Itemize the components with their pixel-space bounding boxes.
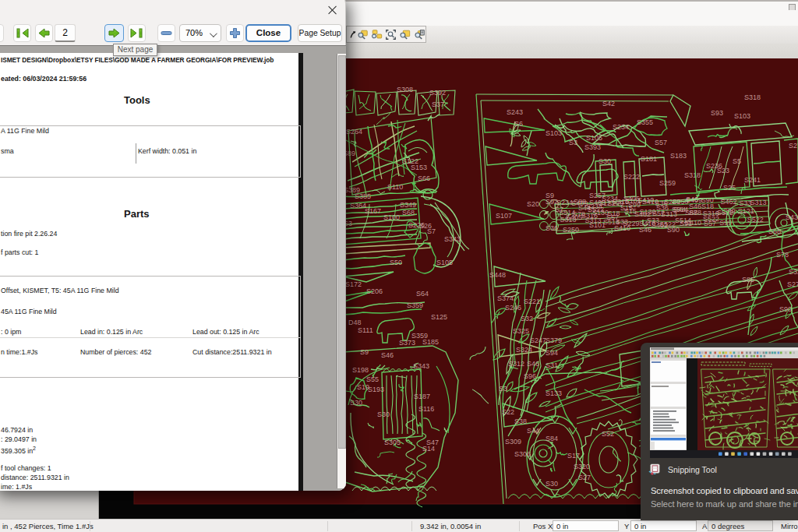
svg-text:S105: S105: [436, 259, 453, 266]
svg-text:S522: S522: [588, 206, 604, 213]
svg-text:S448: S448: [489, 271, 506, 279]
svg-text:S133: S133: [546, 389, 562, 397]
svg-text:S31: S31: [546, 361, 558, 369]
svg-text:S57: S57: [652, 210, 665, 217]
svg-text:S187: S187: [414, 393, 430, 400]
svg-text:S38: S38: [514, 417, 527, 425]
svg-text:S247: S247: [530, 336, 546, 344]
svg-text:S309: S309: [505, 438, 521, 446]
svg-text:S153: S153: [411, 164, 427, 171]
svg-text:S125: S125: [431, 313, 447, 321]
svg-text:S522: S522: [747, 216, 764, 224]
svg-text:S222: S222: [623, 173, 640, 181]
svg-text:S409: S409: [571, 199, 588, 207]
svg-text:S221: S221: [524, 298, 540, 305]
svg-text:S3: S3: [569, 139, 577, 146]
svg-text:S68: S68: [768, 227, 781, 235]
svg-text:S185: S185: [422, 338, 439, 346]
svg-text:S25: S25: [723, 184, 736, 192]
svg-text:S241: S241: [744, 176, 761, 184]
svg-text:S107: S107: [496, 212, 512, 220]
svg-text:S259: S259: [659, 179, 676, 187]
svg-text:S110: S110: [387, 183, 403, 191]
svg-text:S193: S193: [368, 386, 384, 393]
svg-text:S42: S42: [602, 100, 615, 107]
svg-text:S55: S55: [366, 375, 379, 383]
svg-text:S359: S359: [407, 301, 423, 309]
svg-text:S27: S27: [787, 280, 798, 288]
svg-text:S172: S172: [345, 280, 362, 288]
svg-text:S30: S30: [598, 157, 611, 165]
svg-text:S68: S68: [402, 209, 415, 217]
svg-text:S22: S22: [502, 408, 514, 416]
svg-text:S320: S320: [574, 463, 590, 470]
svg-text:S198: S198: [352, 366, 369, 374]
svg-text:D48: D48: [348, 319, 362, 326]
svg-text:S318: S318: [684, 171, 701, 179]
svg-text:S343: S343: [413, 362, 429, 370]
svg-text:S36: S36: [655, 199, 667, 207]
svg-text:S243: S243: [507, 108, 523, 116]
svg-text:S264: S264: [346, 128, 362, 136]
svg-text:S364: S364: [350, 202, 366, 210]
svg-text:S23: S23: [717, 167, 729, 174]
svg-text:S78: S78: [776, 251, 789, 259]
svg-text:S43: S43: [786, 213, 798, 221]
svg-text:S305: S305: [384, 439, 401, 446]
svg-text:S84: S84: [546, 435, 558, 442]
svg-text:S246: S246: [505, 304, 521, 312]
svg-text:S30: S30: [350, 399, 362, 407]
svg-text:S52: S52: [602, 430, 614, 438]
svg-text:S313: S313: [750, 199, 767, 206]
svg-text:S85: S85: [742, 276, 754, 284]
svg-text:S105: S105: [586, 134, 602, 142]
svg-text:S206: S206: [366, 287, 383, 295]
svg-text:S14: S14: [422, 445, 435, 453]
svg-text:S410: S410: [685, 219, 701, 227]
svg-text:S37: S37: [432, 100, 444, 108]
svg-text:S312: S312: [508, 360, 524, 368]
svg-text:S57: S57: [655, 139, 667, 146]
svg-text:S355: S355: [637, 118, 653, 126]
svg-text:S229: S229: [607, 199, 623, 207]
svg-text:S94: S94: [546, 349, 558, 357]
svg-text:S116: S116: [418, 405, 434, 413]
svg-text:S30: S30: [546, 480, 558, 488]
svg-text:S90: S90: [701, 196, 714, 204]
svg-text:S15: S15: [624, 207, 637, 215]
svg-text:S514: S514: [603, 218, 620, 226]
svg-text:S17: S17: [567, 452, 580, 460]
svg-text:S88: S88: [685, 209, 697, 217]
svg-text:S64: S64: [416, 290, 429, 298]
svg-text:S30: S30: [377, 410, 390, 418]
svg-text:S46: S46: [527, 360, 539, 368]
svg-text:S181: S181: [641, 155, 657, 163]
svg-text:S522: S522: [659, 220, 676, 228]
svg-text:S393: S393: [584, 143, 601, 151]
svg-text:S5: S5: [733, 157, 741, 165]
svg-text:S46: S46: [381, 351, 394, 359]
svg-text:S374: S374: [497, 294, 514, 302]
svg-text:S183: S183: [670, 152, 687, 160]
svg-text:S316: S316: [703, 210, 719, 217]
svg-text:S7: S7: [427, 227, 436, 235]
svg-text:S349: S349: [400, 201, 416, 209]
svg-text:S103: S103: [734, 112, 750, 120]
svg-text:S318: S318: [744, 93, 761, 101]
svg-text:S313: S313: [585, 217, 602, 224]
svg-text:S50: S50: [390, 259, 402, 266]
svg-text:S6: S6: [514, 120, 523, 128]
svg-text:S93: S93: [711, 109, 723, 117]
svg-text:S44: S44: [527, 427, 539, 435]
svg-text:S66: S66: [418, 174, 430, 182]
svg-text:S234: S234: [613, 123, 629, 131]
svg-text:S385: S385: [355, 192, 371, 200]
svg-text:S9: S9: [360, 348, 369, 356]
svg-text:S308: S308: [397, 86, 413, 93]
svg-text:S410: S410: [637, 196, 654, 204]
svg-text:S234: S234: [556, 199, 573, 206]
svg-text:S405: S405: [589, 199, 606, 206]
svg-text:S27: S27: [578, 474, 591, 481]
svg-text:S90: S90: [779, 305, 792, 313]
svg-text:S167: S167: [365, 207, 381, 215]
